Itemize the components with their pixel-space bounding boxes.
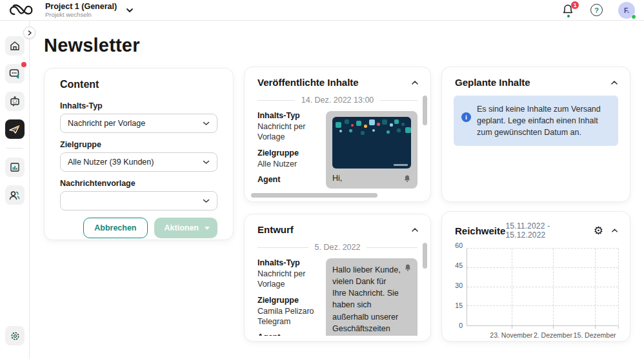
- chart-settings-gear-icon[interactable]: ⚙: [594, 225, 603, 236]
- nachrichtenvorlage-select[interactable]: [60, 191, 217, 210]
- avatar-initials: F.: [624, 6, 629, 14]
- reach-card-title: Reichweite: [455, 225, 505, 236]
- v-gridline: [512, 249, 512, 325]
- confetti-square: [390, 123, 393, 127]
- sidebar-divider: [6, 148, 23, 149]
- confetti-square: [356, 121, 361, 126]
- confetti-square: [372, 129, 375, 132]
- published-card-header: Veröffentlichte Inhalte: [245, 67, 430, 92]
- confetti-square: [369, 119, 375, 125]
- h-gridline: [467, 267, 618, 268]
- draft-message-text: Hallo lieber Kunde, vielen Dank für Ihre…: [332, 264, 411, 336]
- divider-line: [367, 247, 418, 248]
- reach-chart: 015304560 23. November2. Dezember15. Dez…: [450, 246, 621, 340]
- confetti-square: [339, 130, 342, 132]
- chevron-right-icon: [27, 30, 32, 36]
- draft-message-preview[interactable]: Hallo lieber Kunde, vielen Dank für Ihre…: [326, 258, 418, 336]
- zielgruppe-label: Zielgruppe: [60, 140, 217, 149]
- bot-icon: [9, 96, 21, 108]
- chevron-up-icon[interactable]: [610, 80, 618, 85]
- h-gridline: [467, 287, 618, 287]
- meta-label: Zielgruppe: [257, 149, 319, 158]
- confetti-square: [361, 131, 365, 135]
- divider-line: [257, 247, 308, 248]
- chart-plot: [467, 249, 618, 326]
- x-tick-label: 15. Dezember: [574, 331, 616, 339]
- horizontal-scrollbar[interactable]: [251, 193, 377, 198]
- cancel-button[interactable]: Abbrechen: [83, 218, 147, 238]
- inhalts-typ-label: Inhalts-Typ: [60, 101, 217, 110]
- confetti-square: [401, 123, 405, 126]
- help-icon: ?: [594, 6, 599, 14]
- notification-badge: 1: [571, 1, 579, 9]
- sidebar-item-home[interactable]: [5, 36, 25, 56]
- page-title: Newsletter: [44, 35, 140, 56]
- avatar[interactable]: F.: [618, 2, 635, 19]
- meta-label: Agent: [257, 175, 319, 184]
- scheduled-card: Geplante Inhalte i Es sind keine Inhalte…: [441, 67, 630, 202]
- confetti-square: [405, 127, 411, 133]
- bell-icon: [404, 263, 412, 272]
- chevron-down-icon[interactable]: [126, 8, 134, 13]
- vertical-scrollbar[interactable]: [423, 243, 427, 269]
- v-gridline: [595, 249, 596, 325]
- meta-label: Agent: [257, 333, 319, 336]
- h-gridline: [467, 248, 618, 249]
- chat-unread-dot: [21, 62, 26, 67]
- notifications-button[interactable]: 1: [562, 4, 575, 17]
- logo-icon[interactable]: [6, 1, 36, 19]
- chevron-up-icon[interactable]: [411, 80, 419, 85]
- actions-button[interactable]: Aktionen: [154, 218, 217, 238]
- sidebar-item-users[interactable]: [5, 185, 25, 205]
- confetti-square: [387, 130, 390, 134]
- sidebar: [0, 21, 30, 359]
- chart-y-labels: 015304560: [450, 246, 465, 326]
- divider-line: [257, 100, 295, 101]
- vertical-scrollbar[interactable]: [423, 96, 427, 125]
- y-tick-label: 45: [455, 262, 463, 269]
- x-tick-label: 2. Dezember: [534, 331, 572, 339]
- chevron-up-icon[interactable]: [411, 227, 419, 232]
- confetti-square: [397, 128, 401, 132]
- zielgruppe-value: Alle Nutzer (39 Kunden): [68, 158, 154, 167]
- topbar-actions: 1 ? F.: [562, 2, 635, 19]
- confetti-square: [351, 124, 354, 127]
- y-tick-label: 15: [455, 302, 463, 309]
- users-icon: [8, 189, 21, 201]
- scheduled-card-header: Geplante Inhalte: [442, 67, 630, 92]
- sidebar-item-bot[interactable]: [5, 92, 25, 111]
- nachrichtenvorlage-label: Nachrichtenvorlage: [60, 179, 217, 188]
- chevron-up-icon[interactable]: [611, 228, 618, 233]
- bell-icon: [403, 174, 411, 183]
- meta-value: Nachricht per Vorlage: [257, 121, 319, 143]
- actions-button-label: Aktionen: [165, 223, 199, 232]
- divider-line: [380, 100, 418, 101]
- sidebar-item-statistics[interactable]: [5, 158, 25, 177]
- y-tick-label: 30: [455, 282, 463, 289]
- published-date-divider: 14. Dez. 2022 13:00: [257, 96, 418, 105]
- inhalts-typ-select[interactable]: Nachricht per Vorlage: [60, 114, 217, 133]
- confetti-square: [364, 125, 367, 128]
- bar-chart-icon: [9, 161, 21, 173]
- meta-value: Nachricht per Vorlage: [257, 269, 319, 290]
- alert-text: Es sind keine Inhalte zum Versand geplan…: [477, 103, 610, 138]
- meta-label: Inhalts-Typ: [257, 258, 319, 267]
- sidebar-item-chats[interactable]: [5, 64, 25, 83]
- draft-scroll-area: 5. Dez. 2022 Inhalts-Typ Nachricht per V…: [245, 239, 430, 336]
- h-gridline: [467, 305, 618, 306]
- zielgruppe-select[interactable]: Alle Nutzer (39 Kunden): [60, 152, 217, 172]
- published-message-preview[interactable]: Hi,: [326, 111, 418, 189]
- bell-clapper: [567, 15, 570, 17]
- x-tick-mark: [618, 326, 619, 329]
- sidebar-item-settings[interactable]: [5, 326, 25, 345]
- published-date: 14. Dez. 2022 13:00: [301, 96, 374, 105]
- content-card-title: Content: [60, 79, 217, 90]
- project-switcher[interactable]: Project 1 (General) Projekt wechseln: [45, 2, 117, 18]
- sidebar-item-newsletter[interactable]: [5, 119, 25, 139]
- y-tick-label: 0: [459, 322, 463, 329]
- confetti-square: [382, 119, 387, 125]
- chat-icon: [8, 68, 21, 79]
- help-button[interactable]: ?: [590, 4, 603, 16]
- published-meta: Inhalts-Typ Nachricht per Vorlage Zielgr…: [257, 111, 319, 189]
- confetti-square: [394, 119, 399, 124]
